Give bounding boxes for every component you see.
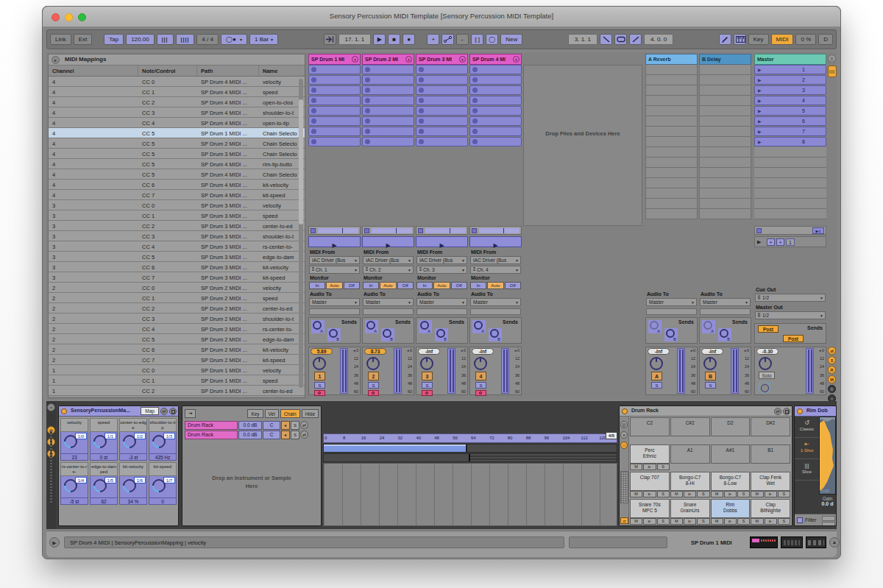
returns-section-toggle[interactable]: R <box>828 366 836 374</box>
monitor-auto-button[interactable]: Auto <box>433 282 450 289</box>
midi-channel-menu[interactable]: Ch. 4▼ <box>470 266 521 274</box>
table-row[interactable]: 4 CC 6 SP Drum 4 MIDI ... kit-velocity <box>49 180 305 190</box>
pad-label[interactable]: A1 <box>670 444 710 464</box>
clip-launch-icon[interactable] <box>419 108 424 113</box>
solo-button[interactable]: S <box>705 382 716 389</box>
audio-output-menu[interactable]: Master▼ <box>416 298 467 306</box>
solo-button[interactable]: S <box>368 382 379 389</box>
track-activator-button[interactable]: 4 <box>475 372 486 380</box>
clip[interactable] <box>308 137 361 146</box>
macro-knob[interactable]: edge-to-damped 1/5 62 <box>90 462 118 505</box>
map-mode-button[interactable]: Map <box>141 407 159 415</box>
clip[interactable] <box>469 106 522 116</box>
midi-channel-menu[interactable]: Ch. 1▼ <box>309 266 360 274</box>
send-a-knob[interactable]: A <box>472 320 486 333</box>
macro-knob[interactable]: velocity 1/0 23 <box>60 418 88 461</box>
hide-zones-button[interactable]: Hide <box>302 409 319 418</box>
show-chains-icon[interactable]: ≡ <box>620 431 628 439</box>
return-activator-button[interactable]: A <box>651 372 662 380</box>
clip-launch-icon[interactable] <box>472 129 478 134</box>
pan-knob[interactable] <box>313 357 326 370</box>
volume-value-badge[interactable]: 5.89 <box>311 348 333 355</box>
pad-label[interactable]: B1 <box>751 444 790 464</box>
hamburger-menu-icon[interactable]: ≡ <box>828 54 836 63</box>
key-zones-button[interactable]: Key <box>247 409 263 418</box>
monitor-auto-button[interactable]: Auto <box>380 282 396 289</box>
pan-knob[interactable] <box>703 357 717 370</box>
pad-solo-button[interactable]: S <box>657 518 670 525</box>
send-b-knob[interactable]: B <box>664 328 678 341</box>
table-row[interactable]: 3 CC 0 SP Drum 3 MIDI ... velocity <box>49 200 305 210</box>
loop-brackets-icon[interactable]: [ ] <box>471 34 483 45</box>
macro-dial[interactable]: 1/0 <box>60 432 88 454</box>
show-hide-detail-icon[interactable]: ▶ <box>49 537 60 548</box>
zone-ruler[interactable]: 081624324048566472808896104112120 <box>323 433 617 443</box>
clip-launch-icon[interactable] <box>472 88 478 93</box>
monitor-in-button[interactable]: In <box>416 282 433 289</box>
loop-start-field[interactable]: 3. 1. 1 <box>568 34 597 45</box>
track-delay-toggle[interactable]: D <box>828 385 836 393</box>
clip-launch-icon[interactable] <box>311 108 316 113</box>
send-b-knob[interactable]: B <box>489 328 502 341</box>
pad-preview-button[interactable]: ▶ <box>684 518 696 525</box>
scene-slot[interactable]: ▶ 8 <box>754 137 826 146</box>
chevron-down-icon[interactable]: ▾ <box>352 56 358 63</box>
track-stop-all-button[interactable]: ▶ <box>362 236 414 247</box>
send-b-knob[interactable]: B <box>381 328 394 341</box>
scene-slot[interactable]: ▶ 7 <box>754 127 826 136</box>
drop-files-zone[interactable]: Drop Files and Devices Here <box>523 65 642 226</box>
volume-value-badge[interactable]: 8.73 <box>364 348 386 355</box>
pad-label[interactable]: C#2 <box>670 417 710 436</box>
send-a-knob[interactable]: A <box>365 320 378 333</box>
loop-switch-icon[interactable] <box>614 34 627 45</box>
scene-launch-icon[interactable]: ▶ <box>758 108 762 113</box>
volume-value-badge[interactable]: -Inf <box>648 348 670 355</box>
slice-mode-button[interactable]: |||Slice <box>795 459 819 481</box>
pad-preview-button[interactable]: ▶ <box>724 518 737 525</box>
arm-record-button[interactable] <box>475 390 486 396</box>
device-title-bar[interactable]: Drum Rack ⇄ <box>620 406 792 417</box>
drum-pad[interactable]: Clap Fenk Wet M ▶ S <box>751 472 790 498</box>
title-bar[interactable]: Sensory Percussion MIDI Template [Sensor… <box>43 7 840 27</box>
tempo-field[interactable]: 120.00 <box>126 34 154 45</box>
pad-solo-button[interactable]: S <box>737 491 750 497</box>
table-row[interactable]: 2 CC 3 SP Drum 2 MIDI ... shoulder-to-t <box>49 314 305 324</box>
macro-dial[interactable]: 1/3 <box>149 432 177 454</box>
chain-name[interactable]: Drum Rack <box>185 431 238 439</box>
chain-activator-speaker-icon[interactable] <box>281 431 290 439</box>
chevron-down-icon[interactable]: ▾ <box>405 56 412 63</box>
scene-launch-icon[interactable]: ▶ <box>758 77 762 82</box>
scene-slot[interactable]: ▶ 2 <box>754 75 826 85</box>
scene-launch-icon[interactable]: ▶ <box>758 98 762 103</box>
hot-swap-icon[interactable]: ⇄ <box>774 408 781 415</box>
computer-midi-keyboard-icon[interactable] <box>734 34 746 45</box>
play-button[interactable]: ▶ <box>373 34 386 45</box>
pad-solo-button[interactable]: S <box>697 518 709 525</box>
table-row[interactable]: 3 CC 4 SP Drum 3 MIDI ... rs-center-to- <box>49 241 305 252</box>
send-a-knob[interactable]: A <box>648 320 662 333</box>
pad-label[interactable]: Perc Ethnic <box>630 444 670 464</box>
table-row[interactable]: 2 CC 2 SP Drum 2 MIDI ... center-to-ed <box>49 303 305 314</box>
scene-launch-icon[interactable]: ▶ <box>758 129 762 134</box>
scene-launch-icon[interactable]: ▶ <box>758 139 762 144</box>
pad-mute-button[interactable]: M <box>670 518 683 525</box>
clip-launch-icon[interactable] <box>365 108 370 113</box>
chain-volume[interactable]: 0.0 dB <box>238 421 262 430</box>
macro-knob[interactable]: speed 1/1 0 st <box>90 418 118 461</box>
clip[interactable] <box>308 75 361 85</box>
clip-launch-icon[interactable] <box>419 88 424 93</box>
pad-label[interactable]: Clap Fenk Wet <box>751 472 790 491</box>
pad-solo-button[interactable]: S <box>737 518 750 525</box>
table-row[interactable]: 3 CC 3 SP Drum 3 MIDI ... shoulder-to-t <box>49 231 305 241</box>
nudge-down-button[interactable]: ||| <box>157 34 174 45</box>
pad-label[interactable]: Bongo-C7 8-Low <box>711 472 751 491</box>
clip-launch-icon[interactable] <box>365 139 370 144</box>
drum-pad[interactable]: D2 M ▶ S <box>711 417 751 444</box>
clip-launch-icon[interactable] <box>472 77 478 82</box>
pad-mute-button[interactable]: M <box>751 491 763 497</box>
punch-in-icon[interactable] <box>600 34 612 45</box>
pad-mute-button[interactable]: M <box>630 464 642 470</box>
pan-knob[interactable] <box>759 357 772 370</box>
column-header-note-control[interactable]: Note/Control <box>138 65 197 76</box>
pad-mute-button[interactable]: M <box>630 491 642 497</box>
